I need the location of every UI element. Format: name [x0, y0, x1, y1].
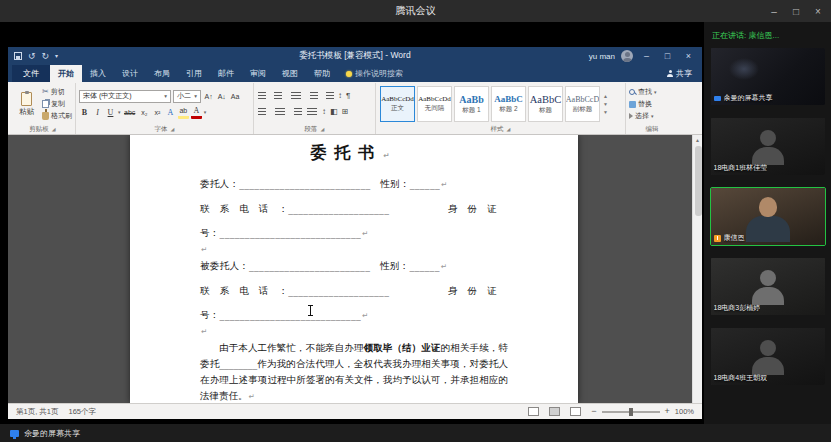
word-close-button[interactable]: ×	[681, 51, 696, 61]
find-caret-icon: ▾	[654, 89, 657, 95]
style-normal[interactable]: AaBbCcDd 正文	[380, 86, 415, 122]
decrease-indent-button[interactable]	[305, 90, 319, 103]
paste-button[interactable]: 粘贴	[13, 84, 40, 124]
style-heading1[interactable]: AaBb 标题 1	[454, 86, 489, 122]
tab-layout[interactable]: 布局	[146, 65, 178, 82]
word-count[interactable]: 165个字	[69, 407, 97, 417]
document-page[interactable]: 委托书↵ 委托人：__________________________ 性别：_…	[130, 135, 578, 403]
cut-button[interactable]: ✂ 剪切	[42, 87, 72, 97]
font-color-button[interactable]: A	[191, 106, 202, 119]
font-family-select[interactable]: 宋体 (中文正文) ▾	[79, 90, 171, 103]
strikethrough-button[interactable]: abc	[123, 106, 137, 119]
shrink-font-button[interactable]: A↓	[216, 90, 227, 103]
scrollbar-thumb[interactable]	[695, 146, 702, 216]
redo-icon[interactable]: ↻	[42, 52, 50, 61]
styles-scroll-down-icon[interactable]: ▼	[603, 101, 608, 107]
numbering-button[interactable]	[273, 90, 287, 103]
word-restore-button[interactable]: □	[660, 51, 675, 61]
sort-button[interactable]: ↕	[337, 90, 343, 103]
shading-button[interactable]: ◧	[329, 106, 339, 119]
clipboard-dialog-launcher-icon[interactable]: ◢	[52, 126, 56, 132]
align-right-button[interactable]	[289, 106, 303, 119]
minimize-button[interactable]: –	[765, 3, 783, 19]
participant-tile-active[interactable]: 康信恩	[711, 188, 825, 245]
highlight-color-button[interactable]: ab	[178, 106, 189, 119]
tab-review[interactable]: 审阅	[242, 65, 274, 82]
underline-caret-icon[interactable]: ▾	[118, 109, 121, 115]
save-icon[interactable]	[14, 52, 22, 60]
italic-button[interactable]: I	[92, 106, 103, 119]
tab-references[interactable]: 引用	[178, 65, 210, 82]
participant-tile[interactable]: 18电商4班王朝双	[711, 328, 825, 385]
tab-view[interactable]: 视图	[274, 65, 306, 82]
tab-home[interactable]: 开始	[50, 65, 82, 82]
zoom-slider[interactable]	[602, 411, 660, 413]
underline-button[interactable]: U	[105, 106, 116, 119]
document-canvas[interactable]: 委托书↵ 委托人：__________________________ 性别：_…	[8, 135, 702, 403]
vertical-scrollbar[interactable]: ▲	[692, 135, 702, 403]
share-button[interactable]: 共享	[657, 65, 702, 82]
justify-button[interactable]	[305, 106, 319, 119]
font-dialog-launcher-icon[interactable]: ◢	[171, 126, 175, 132]
align-left-button[interactable]	[257, 106, 271, 119]
participant-tile-screen-share[interactable]: 余曼的屏幕共享	[711, 48, 825, 105]
tab-file[interactable]: 文件	[12, 65, 50, 82]
line-spacing-button[interactable]: ↕	[321, 106, 327, 119]
show-hide-marks-button[interactable]: ¶	[345, 90, 351, 103]
styles-scroll-up-icon[interactable]: ▲	[603, 93, 608, 99]
zoom-out-button[interactable]: −	[591, 407, 596, 416]
print-layout-icon[interactable]	[549, 407, 560, 416]
tab-mailings[interactable]: 邮件	[210, 65, 242, 82]
word-minimize-button[interactable]: –	[639, 51, 654, 61]
participant-tile[interactable]: 18电商3彭楠婷	[711, 258, 825, 315]
qat-customize-icon[interactable]: ▾	[55, 53, 58, 59]
style-heading2[interactable]: AaBbC 标题 2	[491, 86, 526, 122]
undo-icon[interactable]: ↺	[28, 52, 36, 61]
style-no-spacing[interactable]: AaBbCcDd 无间隔	[417, 86, 452, 122]
align-center-button[interactable]	[273, 106, 287, 119]
bold-button[interactable]: B	[79, 106, 90, 119]
tab-insert[interactable]: 插入	[82, 65, 114, 82]
bullets-button[interactable]	[257, 90, 271, 103]
participant-tile[interactable]: 18电商1班林佳莹	[711, 118, 825, 175]
grow-font-button[interactable]: A↑	[203, 90, 214, 103]
read-mode-icon[interactable]	[528, 407, 539, 416]
zoom-in-button[interactable]: +	[665, 407, 670, 416]
superscript-button[interactable]: x²	[152, 106, 163, 119]
participants-sidebar: 正在讲话: 康信恩... 余曼的屏幕共享 18电商1班林佳莹 康信恩	[703, 22, 831, 424]
copy-button[interactable]: 复制	[42, 99, 72, 109]
styles-more-icon[interactable]: ▼	[603, 109, 608, 115]
zoom-level[interactable]: 100%	[675, 407, 694, 416]
select-button[interactable]: 选择 ▾	[629, 111, 675, 121]
multilevel-list-button[interactable]	[289, 90, 303, 103]
close-button[interactable]: ×	[809, 3, 827, 19]
font-size-select[interactable]: 小二 ▾	[173, 90, 201, 103]
zoom-slider-thumb[interactable]	[629, 408, 633, 416]
text-effects-button[interactable]: A	[165, 106, 176, 119]
tab-design[interactable]: 设计	[114, 65, 146, 82]
maximize-button[interactable]: □	[787, 3, 805, 19]
styles-dialog-launcher-icon[interactable]: ◢	[507, 126, 511, 132]
style-title[interactable]: AaBbC 标题	[528, 86, 563, 122]
style-sample: AaBbCcDd	[418, 95, 451, 103]
replace-button[interactable]: 替换	[629, 99, 675, 109]
account-name[interactable]: yu man	[589, 52, 615, 61]
find-button[interactable]: 查找 ▾	[629, 87, 675, 97]
account-avatar[interactable]	[621, 50, 633, 62]
change-case-button[interactable]: Aa	[229, 90, 241, 103]
tab-help[interactable]: 帮助	[306, 65, 338, 82]
paragraph-dialog-launcher-icon[interactable]: ◢	[321, 126, 325, 132]
tell-me-search[interactable]: 操作说明搜索	[338, 65, 411, 82]
web-layout-icon[interactable]	[570, 407, 581, 416]
borders-button[interactable]: ⊞	[341, 106, 350, 119]
subscript-button[interactable]: x₂	[139, 106, 150, 119]
meeting-title: 腾讯会议	[0, 0, 831, 22]
style-subtitle[interactable]: AaBbCcD 副标题	[565, 86, 600, 122]
increase-indent-button[interactable]	[321, 90, 335, 103]
page-indicator[interactable]: 第1页, 共1页	[16, 407, 59, 417]
select-label: 选择	[635, 111, 649, 121]
ribbon: 粘贴 ✂ 剪切 复制	[8, 82, 702, 135]
format-painter-button[interactable]: 格式刷	[42, 111, 72, 121]
font-color-caret-icon[interactable]: ▾	[204, 109, 207, 115]
scroll-up-icon[interactable]: ▲	[693, 135, 702, 145]
